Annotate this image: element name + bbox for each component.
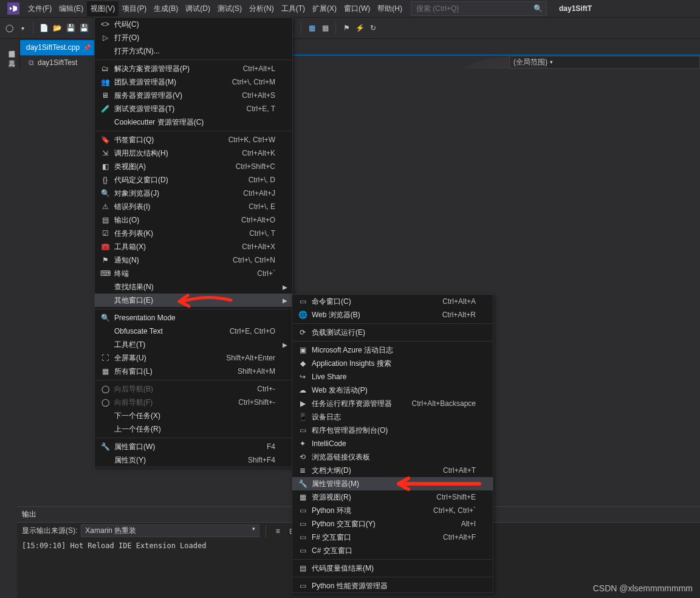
window-title-tail: day1SiftT — [559, 4, 592, 13]
view-menu-label: 打开方式(N)... — [112, 46, 274, 57]
menu-生成(B)[interactable]: 生成(B) — [150, 1, 182, 16]
pin-icon[interactable]: 📌 — [83, 44, 91, 51]
open-icon: ▷ — [98, 33, 112, 42]
side-tab-server-explorer[interactable]: 服务器资源管理器 — [1, 43, 18, 49]
view-menu-item-0[interactable]: <>代码(C) — [95, 18, 292, 31]
chevron-down-icon: ▾ — [550, 59, 553, 65]
solution-icon: 🗂 — [98, 64, 112, 69]
view-menu[interactable]: <>代码(C)▷打开(O)打开方式(N)...🗂解决方案资源管理器(P)Ctrl… — [94, 17, 293, 69]
tab-active-file[interactable]: day1SiftTest.cpp 📌 ▾ — [20, 40, 103, 55]
menu-文件(F)[interactable]: 文件(F) — [24, 1, 55, 16]
search-box[interactable]: 🔍 — [411, 1, 547, 16]
menu-测试(S)[interactable]: 测试(S) — [214, 1, 245, 16]
vs-logo-icon — [7, 2, 19, 15]
view-menu-item-1[interactable]: ▷打开(O) — [95, 31, 292, 44]
menu-扩展(X)[interactable]: 扩展(X) — [309, 1, 340, 16]
new-file-icon[interactable]: 📄 — [38, 22, 49, 33]
menu-项目(P)[interactable]: 项目(P) — [118, 1, 150, 16]
scope-label: (全局范围) — [513, 57, 547, 67]
shortcut-label: Ctrl+Alt+L — [243, 64, 275, 69]
view-menu-item-2[interactable]: 打开方式(N)... — [95, 44, 292, 58]
tool-icon-5[interactable]: ▦ — [306, 22, 317, 33]
open-folder-icon[interactable]: 📂 — [52, 22, 63, 33]
view-menu-label: 代码(C) — [112, 19, 274, 30]
tool-icon-8[interactable]: ↻ — [368, 22, 379, 33]
menu-窗口(W)[interactable]: 窗口(W) — [340, 1, 374, 16]
view-menu-item-4[interactable]: 🗂解决方案资源管理器(P)Ctrl+Alt+L — [95, 62, 292, 69]
tool-icon-7[interactable]: ⚡ — [354, 22, 365, 33]
tab-secondary-label: day1SiftTest — [38, 58, 77, 67]
menu-视图(V)[interactable]: 视图(V) — [87, 1, 118, 16]
menu-调试(D)[interactable]: 调试(D) — [182, 1, 214, 16]
tool-icon-6[interactable]: ▦ — [320, 22, 331, 33]
save-all-icon[interactable]: 💾 — [78, 22, 89, 33]
scope-combo[interactable]: (全局范围) ▾ — [509, 56, 700, 69]
cpp-file-icon: ⧉ — [29, 58, 34, 67]
search-input[interactable] — [415, 4, 534, 13]
menu-帮助(H)[interactable]: 帮助(H) — [374, 1, 406, 16]
view-menu-label: 打开(O) — [112, 33, 274, 43]
search-icon: 🔍 — [534, 4, 543, 13]
code-icon: <> — [98, 20, 112, 29]
side-tab-toolbox[interactable]: 工具箱 — [1, 52, 18, 58]
menu-工具(T)[interactable]: 工具(T) — [278, 1, 309, 16]
tab-active-label: day1SiftTest.cpp — [26, 43, 80, 52]
side-tab-strip: 服务器资源管理器 工具箱 — [0, 39, 20, 69]
menubar: 文件(F)编辑(E)视图(V)项目(P)生成(B)调试(D)测试(S)分析(N)… — [0, 0, 700, 18]
flag-icon[interactable]: ⚑ — [341, 22, 352, 33]
tab-secondary[interactable]: ⧉ day1SiftTest — [22, 56, 83, 69]
nav-back-icon[interactable]: ◯ — [4, 22, 15, 33]
menu-编辑(E)[interactable]: 编辑(E) — [55, 1, 87, 16]
nav-fwd-icon[interactable]: ▾ — [17, 22, 28, 33]
save-icon[interactable]: 💾 — [65, 22, 76, 33]
menu-分析(N)[interactable]: 分析(N) — [245, 1, 278, 16]
